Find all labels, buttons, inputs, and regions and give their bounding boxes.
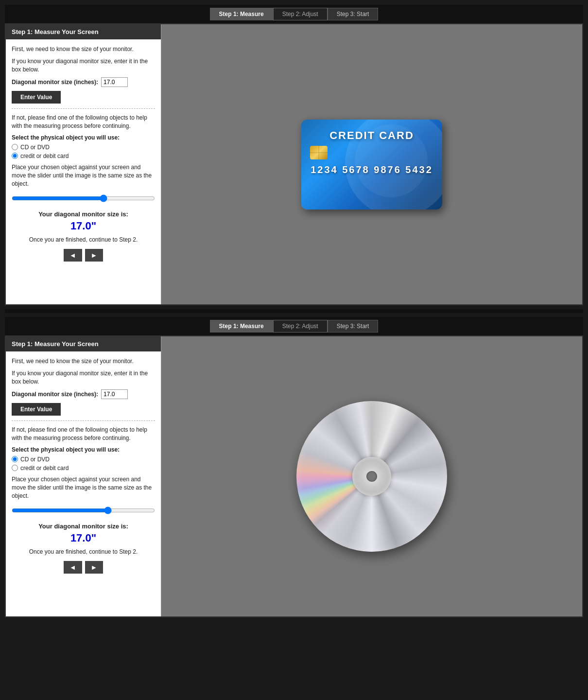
top-panel-container: Step 1: Measure Your Screen First, we ne… (5, 23, 583, 305)
top-radio-card-label: credit or debit card (20, 153, 69, 159)
bottom-slider-container (12, 507, 155, 516)
top-result-note: Once you are finished, continue to Step … (12, 236, 155, 243)
nav-step-2-bottom[interactable]: Step 2: Adjust (273, 320, 328, 332)
bottom-radio-card-label: credit or debit card (20, 465, 69, 472)
cd-inner (352, 457, 391, 496)
nav-step-1-bottom[interactable]: Step 1: Measure (210, 320, 273, 332)
bottom-radio-card-input[interactable] (12, 465, 18, 471)
bottom-prev-button[interactable]: ◄ (64, 561, 82, 574)
cd-disc (296, 401, 447, 552)
top-radio-cd[interactable]: CD or DVD (12, 144, 155, 151)
bottom-enter-button[interactable]: Enter Value (12, 403, 61, 416)
card-number: 1234 5678 9876 5432 (310, 164, 433, 175)
top-form-label: Diagonal monitor size (inches): (12, 79, 98, 86)
top-prev-button[interactable]: ◄ (64, 249, 82, 262)
bottom-instruction: Place your chosen object against your sc… (12, 475, 155, 500)
bottom-slider[interactable] (12, 507, 155, 514)
bottom-result-value: 17.0" (12, 532, 155, 544)
top-alt-text: If not, please find one of the following… (12, 114, 155, 130)
top-nav-buttons: ◄ ► (12, 249, 155, 262)
top-select-label: Select the physical object you will use: (12, 134, 155, 141)
top-slider-container (12, 194, 155, 204)
top-intro-1: First, we need to know the size of your … (12, 45, 155, 53)
top-slider[interactable] (12, 194, 155, 202)
top-result-label: Your diagonal monitor size is: (12, 210, 155, 218)
top-diagonal-input[interactable] (101, 77, 128, 87)
bottom-radio-card[interactable]: credit or debit card (12, 465, 155, 472)
top-form-row: Diagonal monitor size (inches): (12, 77, 155, 87)
card-title: CREDIT CARD (310, 129, 433, 142)
nav-step-3-bottom[interactable]: Step 3: Start (328, 320, 379, 332)
bottom-nav-buttons: ◄ ► (12, 561, 155, 574)
bottom-intro-1: First, we need to know the size of your … (12, 357, 155, 366)
top-radio-card[interactable]: credit or debit card (12, 153, 155, 159)
top-instruction: Place your chosen object against your sc… (12, 163, 155, 188)
top-sidebar-body: First, we need to know the size of your … (6, 39, 161, 267)
bottom-sidebar-title: Step 1: Measure Your Screen (6, 336, 161, 351)
top-result-value: 17.0" (12, 220, 155, 232)
bottom-sidebar-body: First, we need to know the size of your … (6, 351, 161, 579)
bottom-panel-container: Step 1: Measure Your Screen First, we ne… (5, 335, 583, 617)
bottom-select-label: Select the physical object you will use: (12, 446, 155, 453)
nav-step-2-top[interactable]: Step 2: Adjust (273, 8, 328, 20)
top-panel: Step 1: Measure Step 2: Adjust Step 3: S… (5, 5, 583, 305)
nav-step-3-top[interactable]: Step 3: Start (328, 8, 379, 20)
bottom-form-row: Diagonal monitor size (inches): (12, 389, 155, 399)
bottom-radio-cd-label: CD or DVD (20, 456, 50, 463)
bottom-alt-text: If not, please find one of the following… (12, 426, 155, 442)
app-wrapper: Step 1: Measure Step 2: Adjust Step 3: S… (0, 0, 588, 622)
bottom-panel: Step 1: Measure Step 2: Adjust Step 3: S… (5, 317, 583, 617)
top-preview-area: CREDIT CARD 1234 5678 9876 5432 (161, 24, 582, 304)
top-next-button[interactable]: ► (85, 249, 104, 262)
bottom-intro-2: If you know your diagonal monitor size, … (12, 369, 155, 386)
top-sidebar: Step 1: Measure Your Screen First, we ne… (6, 24, 161, 304)
top-radio-cd-input[interactable] (12, 144, 18, 150)
bottom-radio-cd-input[interactable] (12, 456, 18, 462)
top-radio-card-input[interactable] (12, 153, 18, 159)
bottom-divider-1 (12, 420, 155, 421)
bottom-next-button[interactable]: ► (85, 561, 104, 574)
bottom-result-label: Your diagonal monitor size is: (12, 523, 155, 530)
top-radio-cd-label: CD or DVD (20, 144, 50, 151)
bottom-preview-area (161, 336, 582, 616)
section-divider (5, 309, 583, 313)
top-nav-bar: Step 1: Measure Step 2: Adjust Step 3: S… (5, 5, 583, 23)
card-chip (310, 146, 328, 159)
bottom-result-note: Once you are finished, continue to Step … (12, 548, 155, 555)
top-intro-2: If you know your diagonal monitor size, … (12, 57, 155, 74)
nav-step-1-top[interactable]: Step 1: Measure (210, 8, 273, 20)
top-enter-button[interactable]: Enter Value (12, 91, 61, 104)
bottom-sidebar: Step 1: Measure Your Screen First, we ne… (6, 336, 161, 616)
bottom-form-label: Diagonal monitor size (inches): (12, 391, 98, 398)
top-sidebar-title: Step 1: Measure Your Screen (6, 24, 161, 39)
bottom-nav-bar: Step 1: Measure Step 2: Adjust Step 3: S… (5, 317, 583, 335)
bottom-radio-cd[interactable]: CD or DVD (12, 456, 155, 463)
top-divider-1 (12, 108, 155, 109)
credit-card: CREDIT CARD 1234 5678 9876 5432 (301, 120, 442, 210)
bottom-diagonal-input[interactable] (101, 389, 128, 399)
cd-hole (366, 471, 377, 482)
